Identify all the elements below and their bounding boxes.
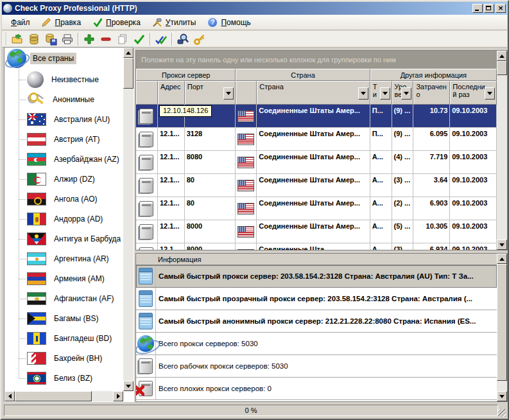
country-tree-item[interactable]: Бангладеш (BD) — [5, 328, 123, 348]
menu-check[interactable]: Проверка — [87, 16, 146, 29]
close-button[interactable]: × — [496, 4, 506, 13]
country-icon — [27, 71, 44, 88]
scroll-right-button[interactable] — [113, 391, 123, 401]
column-header-flag[interactable] — [236, 81, 257, 105]
column-header-elapsed[interactable]: Затрачено — [413, 81, 450, 105]
country-tree-item[interactable]: Багамы (BS) — [5, 308, 123, 328]
menu-help[interactable]: Помощь — [202, 16, 255, 29]
print-button[interactable] — [59, 31, 75, 46]
info-row[interactable]: Всего прокси серверов: 5030 — [136, 333, 497, 355]
band-proxy-server[interactable]: Прокси сервер — [136, 69, 236, 81]
cell-level: (2) ... — [392, 197, 414, 220]
menu-utilities[interactable]: Утилиты — [147, 16, 202, 29]
scroll-down-button[interactable] — [497, 391, 507, 401]
scroll-thumb[interactable] — [497, 61, 507, 75]
title-bar[interactable]: Check Proxy Professional (HTTP) × — [2, 2, 507, 15]
column-header-port[interactable]: Порт — [185, 81, 236, 105]
search-button[interactable] — [175, 31, 191, 46]
database-button[interactable] — [26, 31, 42, 46]
info-row[interactable]: Самый быстрый прокси сервер: 203.58.154.… — [136, 265, 497, 288]
scroll-up-button[interactable] — [497, 51, 507, 61]
country-tree-item[interactable]: Армения (AM) — [5, 268, 123, 288]
info-header[interactable]: Информация — [136, 254, 497, 265]
key-button[interactable] — [191, 31, 207, 46]
minimize-button[interactable] — [472, 4, 483, 13]
proxy-row[interactable]: 12.1... 8000 Соединенные Штаты Амер... А… — [136, 220, 497, 243]
server-icon — [139, 155, 153, 170]
column-header-address[interactable]: Адрес — [158, 81, 185, 105]
filter-dropdown-button[interactable] — [485, 87, 495, 100]
sidebar-vertical-scrollbar[interactable] — [123, 48, 134, 391]
grid-vertical-scrollbar[interactable] — [497, 51, 507, 250]
column-header-last-time[interactable]: Последний раз — [450, 81, 497, 105]
check-button[interactable] — [131, 31, 147, 46]
info-row-icon — [139, 313, 153, 329]
filter-dropdown-button[interactable] — [223, 87, 234, 100]
scroll-thumb[interactable] — [123, 58, 134, 89]
column-header-type[interactable]: Ти — [370, 81, 392, 105]
country-tree-item[interactable]: Все страны — [5, 48, 123, 69]
country-tree-item[interactable]: Афганистан (AF) — [5, 288, 123, 308]
scroll-up-button[interactable] — [497, 254, 507, 264]
country-label: Аргентина (AR) — [51, 253, 112, 265]
filter-dropdown-button[interactable] — [401, 87, 411, 100]
info-row[interactable]: Всего рабочих прокси серверов: 5030 — [136, 355, 497, 378]
band-header-row: Прокси сервер Страна Другая информация — [136, 69, 497, 81]
filter-dropdown-button[interactable] — [358, 87, 368, 100]
remove-button[interactable] — [98, 31, 114, 46]
proxy-row[interactable]: 12.1... 80 Соединенные Штаты Амер... А..… — [136, 197, 497, 220]
country-tree-item[interactable]: Неизвестные — [5, 69, 123, 89]
resize-grip[interactable] — [498, 409, 506, 417]
scroll-left-button[interactable] — [4, 391, 15, 401]
country-tree-item[interactable]: Антигуа и Барбуда (AG) — [5, 229, 123, 249]
proxy-row[interactable]: 12.1... 8080 Соединенные Штаты Амер... А… — [136, 151, 497, 174]
server-icon — [139, 109, 153, 124]
info-row-icon — [137, 335, 154, 352]
country-tree-item[interactable]: Азербайджан (AZ) — [5, 149, 123, 169]
column-header-icon[interactable] — [136, 81, 158, 105]
proxy-row[interactable]: 12.1... 3128 Соединенные Штаты Амер... П… — [136, 128, 497, 151]
country-tree-item[interactable]: Австралия (AU) — [5, 109, 123, 129]
info-row[interactable]: Всего плохих прокси серверов: 0 — [136, 378, 497, 400]
country-tree-item[interactable]: Аргентина (AR) — [5, 249, 123, 268]
country-tree-item[interactable]: Австрия (AT) — [5, 129, 123, 149]
toolbar-grip[interactable] — [5, 33, 6, 46]
column-header-country[interactable]: Страна — [257, 81, 370, 105]
sidebar-horizontal-scrollbar[interactable] — [4, 391, 123, 401]
add-button[interactable] — [81, 31, 97, 46]
band-country[interactable]: Страна — [236, 69, 370, 81]
cell-level: (9) ... — [392, 105, 414, 127]
info-vertical-scrollbar[interactable] — [497, 254, 507, 401]
double-check-icon — [155, 33, 168, 46]
cell-address: 12.1... — [158, 128, 185, 150]
menu-file[interactable]: Файл — [6, 17, 35, 28]
info-row[interactable]: Самый быстрый анонимный прокси сервер: 2… — [136, 310, 497, 333]
menu-edit[interactable]: Правка — [37, 16, 87, 29]
country-tree-item[interactable]: Белиз (BZ) — [5, 368, 123, 388]
info-row[interactable]: Самый быстрый прозрачный прокси сервер: … — [136, 288, 497, 310]
band-other-info[interactable]: Другая информация — [370, 69, 497, 81]
filter-dropdown-button[interactable] — [380, 87, 390, 100]
country-tree-item[interactable]: Андорра (AD) — [5, 209, 123, 229]
scroll-down-button[interactable] — [497, 240, 507, 250]
scroll-up-button[interactable] — [123, 48, 134, 58]
status-bar: 0 % — [2, 403, 507, 418]
country-tree-item[interactable]: Анонимные — [5, 89, 123, 109]
scroll-thumb[interactable] — [497, 264, 507, 381]
save-database-button[interactable] — [42, 31, 58, 46]
country-tree-item[interactable]: Ангола (AO) — [5, 189, 123, 209]
cell-last-time: 09.10.2003 — [450, 197, 497, 220]
open-button[interactable] — [9, 31, 25, 46]
proxy-row[interactable]: 12.1... 80 Соединенные Штаты Амер... А..… — [136, 174, 497, 197]
maximize-button[interactable] — [484, 4, 494, 13]
group-by-panel[interactable]: Положите на эту панель одну или нескольк… — [136, 51, 497, 69]
column-header-level[interactable]: Уровен — [392, 81, 414, 105]
country-label: Ангола (AO) — [51, 193, 100, 205]
copy-button[interactable] — [114, 31, 130, 46]
scroll-down-button[interactable] — [123, 381, 134, 391]
country-tree-item[interactable]: Бахрейн (BH) — [5, 348, 123, 368]
proxy-row[interactable]: 12.1... 8000 Соединенные Шта... А... (3)… — [136, 243, 497, 250]
country-tree-item[interactable]: Алжир (DZ) — [5, 169, 123, 189]
check-all-button[interactable] — [153, 31, 169, 46]
scroll-thumb[interactable] — [15, 391, 92, 401]
